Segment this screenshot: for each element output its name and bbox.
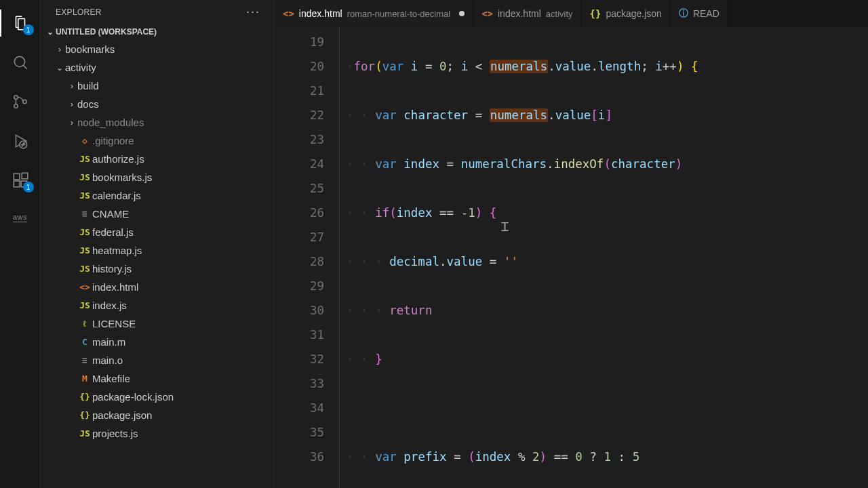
file-main.m[interactable]: Cmain.m: [41, 333, 274, 351]
chevron-right-icon: ›: [66, 118, 77, 127]
folder-bookmarks[interactable]: ›bookmarks: [41, 40, 274, 58]
line-number: 31: [275, 323, 324, 347]
file-label: LICENSE: [92, 318, 136, 329]
line-number: 23: [275, 127, 324, 152]
file-label: projects.js: [92, 428, 138, 439]
chevron-down-icon: ⌄: [54, 63, 65, 73]
line-number: 24: [275, 152, 324, 176]
activity-debug[interactable]: [4, 125, 37, 157]
file-label: bookmarks.js: [92, 171, 152, 183]
activity-scm[interactable]: [4, 85, 37, 118]
file-label: main.m: [92, 336, 125, 348]
tab-icon: {}: [590, 8, 601, 19]
svg-rect-8: [14, 181, 20, 187]
sidebar-title: EXPLORER: [56, 7, 102, 17]
file-authorize.js[interactable]: JSauthorize.js: [41, 150, 274, 168]
line-number-gutter: 192021222324252627282930313233343536: [275, 27, 340, 488]
code-content[interactable]: ·for(var i = 0; i < numerals.value.lengt…: [340, 27, 868, 488]
tab-package.json[interactable]: {}package.json: [582, 0, 671, 27]
chevron-right-icon: ›: [66, 100, 77, 109]
file-icon: JS: [77, 245, 92, 256]
file-index.html[interactable]: <>index.html: [41, 278, 274, 296]
file-icon: JS: [77, 300, 92, 310]
file-federal.js[interactable]: JSfederal.js: [41, 223, 274, 241]
tab-index.html[interactable]: <>index.htmlroman-numeral-to-decimal: [275, 0, 473, 27]
workspace-name: UNTITLED (WORKSPACE): [56, 27, 157, 37]
tab-sublabel: activity: [546, 9, 573, 19]
file-icon: <>: [77, 282, 92, 292]
file-icon: ℓ: [77, 319, 92, 329]
svg-line-1: [23, 65, 26, 68]
file-icon: C: [77, 337, 92, 347]
tab-index.html[interactable]: <>index.htmlactivity: [473, 0, 581, 27]
sidebar-more-icon[interactable]: ···: [246, 5, 260, 19]
file-bookmarks.js[interactable]: JSbookmarks.js: [41, 168, 274, 186]
explorer-sidebar: EXPLORER ··· ⌄ UNTITLED (WORKSPACE) ›boo…: [41, 0, 275, 488]
folder-build[interactable]: ›build: [41, 77, 274, 95]
line-number: 30: [275, 298, 324, 323]
file-Makefile[interactable]: MMakefile: [41, 369, 274, 388]
line-number: 35: [275, 420, 324, 445]
file-heatmap.js[interactable]: JSheatmap.js: [41, 241, 274, 260]
file-icon: JS: [77, 428, 92, 439]
editor-area: <>index.htmlroman-numeral-to-decimal<>in…: [275, 0, 868, 488]
svg-rect-7: [14, 174, 20, 180]
file-calendar.js[interactable]: JScalendar.js: [41, 186, 274, 205]
activity-explorer[interactable]: 1: [4, 7, 37, 39]
line-number: 26: [275, 201, 324, 225]
activity-aws[interactable]: aws: [13, 203, 27, 230]
line-number: 21: [275, 79, 324, 103]
workspace-title-row[interactable]: ⌄ UNTITLED (WORKSPACE): [41, 24, 274, 40]
line-number: 36: [275, 445, 324, 469]
chevron-right-icon: ›: [54, 45, 65, 54]
folder-label: docs: [77, 98, 99, 110]
line-number: 19: [275, 30, 324, 54]
chevron-right-icon: ›: [66, 81, 77, 91]
tab-label: READ: [693, 8, 719, 19]
folder-label: activity: [65, 62, 96, 73]
svg-point-2: [14, 96, 17, 99]
line-number: 29: [275, 274, 324, 298]
line-number: 28: [275, 249, 324, 274]
editor-body[interactable]: 192021222324252627282930313233343536 ·fo…: [275, 27, 868, 488]
file-package.json[interactable]: {}package.json: [41, 406, 274, 424]
file-history.js[interactable]: JShistory.js: [41, 260, 274, 278]
file-icon: JS: [77, 172, 92, 182]
activity-search[interactable]: [4, 46, 37, 79]
extensions-badge: 1: [23, 182, 34, 192]
chevron-down-icon: ⌄: [45, 27, 56, 37]
tab-label: package.json: [606, 8, 662, 19]
file-label: heatmap.js: [92, 245, 142, 256]
folder-label: node_modules: [77, 117, 144, 128]
file-projects.js[interactable]: JSprojects.js: [41, 424, 274, 443]
folder-docs[interactable]: ›docs: [41, 95, 274, 113]
file-index.js[interactable]: JSindex.js: [41, 296, 274, 314]
file-label: Makefile: [92, 373, 130, 384]
tab-bar: <>index.htmlroman-numeral-to-decimal<>in…: [275, 0, 868, 27]
file-icon: M: [77, 373, 92, 384]
tab-icon: <>: [481, 8, 493, 19]
folder-node_modules[interactable]: ›node_modules: [41, 113, 274, 131]
file-tree: ›bookmarks⌄activity›build›docs›node_modu…: [41, 40, 274, 488]
svg-point-3: [14, 104, 17, 108]
file-main.o[interactable]: ≡main.o: [41, 351, 274, 369]
file-label: main.o: [92, 354, 123, 366]
file-package-lock.json[interactable]: {}package-lock.json: [41, 388, 274, 406]
sidebar-header: EXPLORER ···: [41, 0, 274, 24]
file-LICENSE[interactable]: ℓLICENSE: [41, 314, 274, 333]
file-label: .gitignore: [92, 135, 134, 146]
tab-READ[interactable]: ⓘREAD: [671, 0, 728, 27]
activity-extensions[interactable]: 1: [4, 164, 37, 197]
line-number: 20: [275, 54, 324, 79]
tab-sublabel: roman-numeral-to-decimal: [347, 9, 450, 19]
file-icon: JS: [77, 227, 92, 237]
file-label: index.js: [92, 300, 127, 311]
folder-activity[interactable]: ⌄activity: [41, 58, 274, 77]
activity-bar: 1 1 aws: [0, 0, 41, 488]
file-icon: {}: [77, 410, 92, 420]
line-number: 25: [275, 176, 324, 201]
folder-label: build: [77, 80, 99, 92]
file-CNAME[interactable]: ≡CNAME: [41, 205, 274, 223]
file-.gitignore[interactable]: ◇.gitignore: [41, 131, 274, 150]
file-icon: ≡: [77, 355, 92, 365]
